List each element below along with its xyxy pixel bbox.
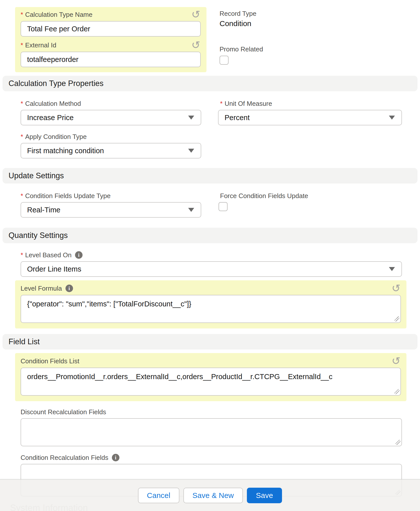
force-condition-fields-update-label: Force Condition Fields Update — [218, 192, 402, 200]
required-asterisk: * — [21, 251, 23, 259]
info-icon[interactable]: i — [75, 251, 83, 259]
apply-condition-type-value: First matching condition — [27, 147, 104, 155]
undo-icon[interactable]: ↺ — [191, 10, 201, 19]
unit-of-measure-label: * Unit Of Measure — [218, 99, 402, 108]
chevron-down-icon — [389, 116, 395, 120]
calculation-type-name-label: * Calculation Type Name — [21, 10, 92, 19]
promo-related-label: Promo Related — [220, 45, 263, 54]
condition-fields-update-type-label-text: Condition Fields Update Type — [25, 192, 111, 200]
section-title: Field List — [9, 337, 40, 346]
condition-fields-list-textarea[interactable]: orders__PromotionId__r.orders__ExternalI… — [21, 368, 401, 396]
discount-recalculation-fields-textarea[interactable] — [21, 418, 402, 446]
level-based-on-label: * Level Based On i — [21, 251, 402, 259]
section-quantity-settings: Quantity Settings — [3, 228, 417, 243]
apply-condition-type-select[interactable]: First matching condition — [21, 143, 201, 158]
calculation-method-select[interactable]: Increase Price — [21, 110, 201, 125]
info-icon[interactable]: i — [112, 454, 119, 461]
required-asterisk: * — [220, 99, 223, 108]
save-and-new-button[interactable]: Save & New — [183, 488, 243, 503]
record-type-column: Record Type Condition Promo Related — [220, 7, 263, 65]
section-title: Quantity Settings — [9, 231, 68, 240]
required-asterisk: * — [21, 10, 23, 19]
condition-fields-update-type-select[interactable]: Real-Time — [21, 202, 201, 218]
section-update-settings: Update Settings — [3, 168, 417, 184]
action-footer: Cancel Save & New Save — [0, 479, 420, 511]
header-fields-row: * Calculation Type Name ↺ * External Id … — [0, 7, 420, 72]
unit-of-measure-label-text: Unit Of Measure — [225, 99, 272, 108]
calculation-method-label: * Calculation Method — [21, 99, 201, 108]
save-button[interactable]: Save — [247, 488, 282, 503]
chevron-down-icon — [188, 116, 194, 120]
level-formula-label-text: Level Formula — [21, 284, 62, 293]
chevron-down-icon — [188, 208, 194, 212]
apply-condition-type-label-text: Apply Condition Type — [25, 132, 87, 141]
undo-icon[interactable]: ↺ — [191, 41, 201, 49]
discount-recalculation-fields-label: Discount Recalculation Fields — [21, 408, 402, 416]
resize-handle[interactable] — [394, 316, 399, 321]
record-type-label: Record Type — [220, 9, 263, 18]
level-formula-highlight-block: Level Formula i ↺ {"operator": "sum","it… — [15, 280, 406, 328]
unit-of-measure-select[interactable]: Percent — [218, 110, 402, 125]
discount-recalculation-fields-label-text: Discount Recalculation Fields — [21, 408, 106, 416]
chevron-down-icon — [188, 149, 194, 153]
force-condition-fields-update-checkbox[interactable] — [219, 202, 228, 211]
resize-handle[interactable] — [394, 389, 399, 394]
required-asterisk: * — [21, 132, 23, 141]
condition-recalculation-fields-label: Condition Recalculation Fields i — [21, 453, 402, 462]
condition-recalculation-fields-label-text: Condition Recalculation Fields — [21, 453, 108, 462]
calculation-type-name-input[interactable] — [21, 21, 201, 37]
required-asterisk: * — [21, 41, 23, 49]
chevron-down-icon — [389, 267, 395, 271]
level-based-on-select[interactable]: Order Line Items — [21, 261, 402, 277]
level-formula-textarea[interactable]: {"operator": "sum","items": ["TotalForDi… — [21, 295, 401, 323]
calculation-method-label-text: Calculation Method — [25, 99, 81, 108]
force-condition-fields-update-label-text: Force Condition Fields Update — [220, 192, 308, 200]
apply-condition-type-label: * Apply Condition Type — [21, 132, 201, 141]
external-id-label-text: External Id — [25, 41, 56, 49]
cancel-button[interactable]: Cancel — [138, 488, 179, 503]
condition-fields-list-highlight-block: Condition Fields List ↺ orders__Promotio… — [15, 353, 406, 401]
required-asterisk: * — [21, 192, 23, 200]
external-id-label: * External Id — [21, 41, 56, 49]
section-field-list: Field List — [3, 334, 417, 350]
required-asterisk: * — [21, 99, 23, 108]
condition-fields-list-label: Condition Fields List — [21, 357, 79, 365]
unit-of-measure-value: Percent — [225, 114, 250, 122]
condition-fields-update-type-value: Real-Time — [27, 206, 60, 214]
section-title: Update Settings — [9, 171, 64, 180]
calculation-type-name-label-text: Calculation Type Name — [25, 10, 92, 19]
condition-fields-update-type-label: * Condition Fields Update Type — [21, 192, 201, 200]
undo-icon[interactable]: ↺ — [392, 284, 401, 293]
record-edit-form: * Calculation Type Name ↺ * External Id … — [0, 0, 420, 511]
section-title: Calculation Type Properties — [9, 79, 104, 88]
section-calculation-type-properties: Calculation Type Properties — [3, 76, 417, 91]
info-icon[interactable]: i — [65, 285, 73, 292]
level-formula-label: Level Formula i — [21, 284, 73, 293]
calculation-method-value: Increase Price — [27, 114, 74, 122]
edited-fields-highlight-block: * Calculation Type Name ↺ * External Id … — [15, 7, 206, 72]
undo-icon[interactable]: ↺ — [392, 357, 401, 365]
record-type-value: Condition — [220, 18, 263, 29]
level-based-on-value: Order Line Items — [27, 265, 81, 273]
condition-fields-list-label-text: Condition Fields List — [21, 357, 79, 365]
level-based-on-label-text: Level Based On — [25, 251, 72, 259]
resize-handle[interactable] — [395, 440, 400, 445]
external-id-input[interactable] — [21, 52, 201, 67]
promo-related-checkbox[interactable] — [220, 56, 229, 65]
